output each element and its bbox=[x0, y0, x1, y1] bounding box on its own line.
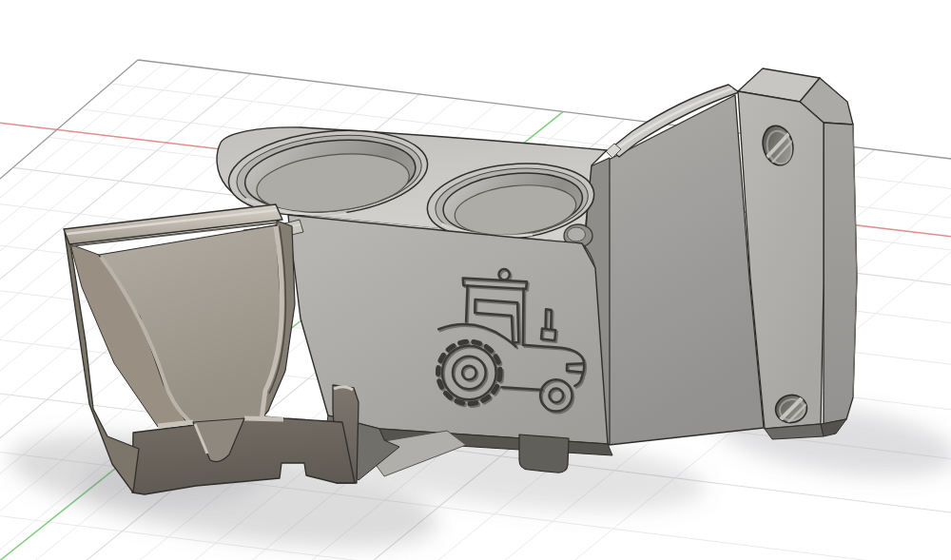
clip-lip-right bbox=[244, 418, 283, 419]
viewport-canvas[interactable] bbox=[0, 0, 951, 560]
grid-boundary-left bbox=[0, 60, 138, 179]
logo-cab-left bbox=[466, 285, 467, 321]
cad-viewport[interactable] bbox=[0, 0, 951, 560]
connector-section[interactable] bbox=[585, 85, 764, 445]
plate-right-face[interactable] bbox=[824, 123, 857, 424]
body-foot-tab[interactable] bbox=[519, 434, 569, 473]
logo-cab-right bbox=[522, 288, 524, 344]
model-cup-holder-bracket[interactable] bbox=[64, 68, 857, 494]
